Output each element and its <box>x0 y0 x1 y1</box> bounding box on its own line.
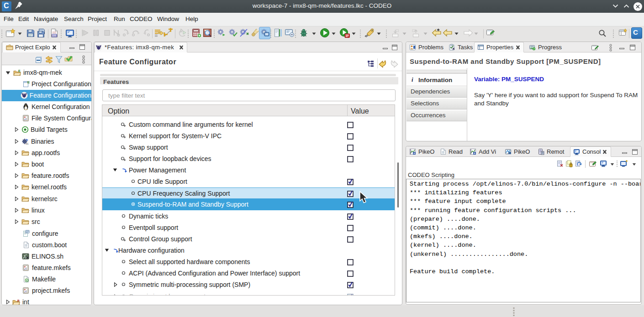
svg-text:P: P <box>17 299 20 302</box>
svg-text:E: E <box>27 80 30 84</box>
svg-text:E: E <box>18 69 21 73</box>
svg-text:010: 010 <box>53 34 57 37</box>
svg-text:01: 01 <box>26 142 29 145</box>
